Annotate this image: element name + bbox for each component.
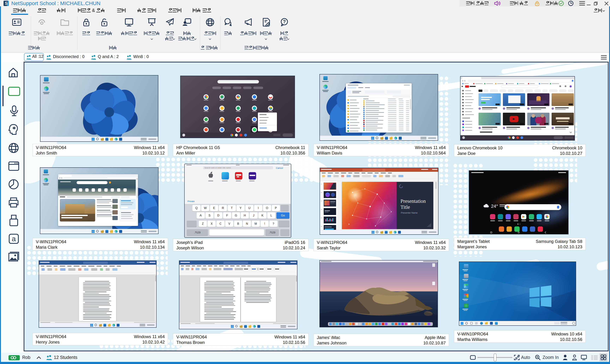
svg-text:a: a bbox=[12, 235, 16, 243]
svg-text:?: ? bbox=[283, 19, 286, 24]
